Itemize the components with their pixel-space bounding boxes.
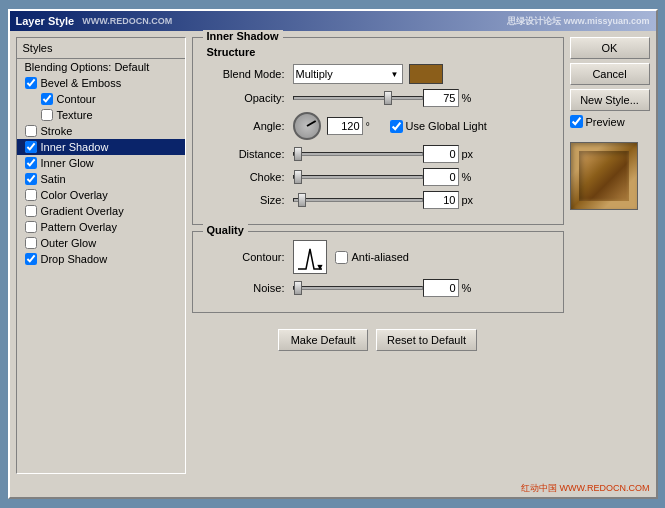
inner-shadow-label: Inner Shadow: [41, 141, 109, 153]
layer-style-dialog: Layer Style WWW.REDOCN.COM 思绿设计论坛 www.mi…: [8, 9, 658, 499]
opacity-label: Opacity:: [205, 92, 285, 104]
watermark2: 思绿设计论坛 www.missyuan.com: [507, 15, 649, 28]
noise-slider[interactable]: [293, 286, 423, 290]
noise-input[interactable]: [423, 279, 459, 297]
gradient-overlay-check[interactable]: [25, 205, 37, 217]
preview-inner: [579, 151, 629, 201]
stroke-label: Stroke: [41, 125, 73, 137]
opacity-row: Opacity: %: [205, 89, 551, 107]
angle-dial-line: [306, 120, 316, 127]
inner-glow-check[interactable]: [25, 157, 37, 169]
sidebar-item-outer-glow[interactable]: Outer Glow: [17, 235, 185, 251]
structure-title: Structure: [207, 46, 551, 58]
preview-checkbox-row: Preview: [570, 115, 650, 128]
inner-glow-label: Inner Glow: [41, 157, 94, 169]
opacity-slider[interactable]: [293, 96, 423, 100]
sidebar-item-drop-shadow[interactable]: Drop Shadow: [17, 251, 185, 267]
sidebar-item-satin[interactable]: Satin: [17, 171, 185, 187]
stroke-check[interactable]: [25, 125, 37, 137]
new-style-button[interactable]: New Style...: [570, 89, 650, 111]
right-panel: OK Cancel New Style... Preview: [570, 37, 650, 474]
blend-mode-label: Blend Mode:: [205, 68, 285, 80]
contour-label: Contour: [57, 93, 96, 105]
choke-label: Choke:: [205, 171, 285, 183]
size-input[interactable]: [423, 191, 459, 209]
use-global-light-check[interactable]: [390, 120, 403, 133]
choke-row: Choke: %: [205, 168, 551, 186]
watermark-bottom: 红动中国 WWW.REDOCN.COM: [10, 480, 656, 497]
contour-row: Contour: ▼ Anti-aliased: [205, 240, 551, 274]
angle-input[interactable]: [327, 117, 363, 135]
choke-slider[interactable]: [293, 175, 423, 179]
dialog-body: Styles Blending Options: Default Bevel &…: [10, 31, 656, 480]
title-bar: Layer Style WWW.REDOCN.COM 思绿设计论坛 www.mi…: [10, 11, 656, 31]
inner-shadow-check[interactable]: [25, 141, 37, 153]
sidebar-item-inner-shadow[interactable]: Inner Shadow: [17, 139, 185, 155]
preview-check[interactable]: [570, 115, 583, 128]
blend-mode-row: Blend Mode: Multiply Normal Screen Overl…: [205, 64, 551, 84]
blend-mode-select-wrapper: Multiply Normal Screen Overlay: [293, 64, 403, 84]
angle-row: Angle: ° Use Global Light: [205, 112, 551, 140]
dialog-title: Layer Style: [16, 15, 75, 27]
noise-unit: %: [462, 282, 480, 294]
sidebar-item-gradient-overlay[interactable]: Gradient Overlay: [17, 203, 185, 219]
preview-box: [570, 142, 638, 210]
angle-degree-symbol: °: [366, 120, 384, 132]
choke-input[interactable]: [423, 168, 459, 186]
gradient-overlay-label: Gradient Overlay: [41, 205, 124, 217]
sidebar-item-texture[interactable]: Texture: [17, 107, 185, 123]
sidebar-item-blending-options[interactable]: Blending Options: Default: [17, 59, 185, 75]
bevel-emboss-check[interactable]: [25, 77, 37, 89]
color-overlay-check[interactable]: [25, 189, 37, 201]
use-global-light-label: Use Global Light: [406, 120, 487, 132]
outer-glow-check[interactable]: [25, 237, 37, 249]
ok-button[interactable]: OK: [570, 37, 650, 59]
inner-shadow-section: Inner Shadow Structure Blend Mode: Multi…: [192, 37, 564, 225]
distance-row: Distance: px: [205, 145, 551, 163]
inner-shadow-title: Inner Shadow: [203, 30, 283, 42]
blending-options-label: Blending Options: Default: [25, 61, 150, 73]
size-row: Size: px: [205, 191, 551, 209]
preview-label: Preview: [586, 116, 625, 128]
anti-aliased-check[interactable]: [335, 251, 348, 264]
pattern-overlay-check[interactable]: [25, 221, 37, 233]
sidebar-item-inner-glow[interactable]: Inner Glow: [17, 155, 185, 171]
make-default-button[interactable]: Make Default: [278, 329, 368, 351]
distance-input[interactable]: [423, 145, 459, 163]
blend-mode-select[interactable]: Multiply Normal Screen Overlay: [293, 64, 403, 84]
watermark1: WWW.REDOCN.COM: [82, 16, 172, 26]
distance-unit: px: [462, 148, 480, 160]
drop-shadow-label: Drop Shadow: [41, 253, 108, 265]
anti-aliased-label: Anti-aliased: [352, 251, 409, 263]
size-slider[interactable]: [293, 198, 423, 202]
blend-mode-color-swatch[interactable]: [409, 64, 443, 84]
noise-row: Noise: %: [205, 279, 551, 297]
distance-label: Distance:: [205, 148, 285, 160]
contour-dropdown-arrow: ▼: [316, 262, 325, 272]
reset-to-default-button[interactable]: Reset to Default: [376, 329, 477, 351]
sidebar-item-color-overlay[interactable]: Color Overlay: [17, 187, 185, 203]
satin-check[interactable]: [25, 173, 37, 185]
sidebar-item-pattern-overlay[interactable]: Pattern Overlay: [17, 219, 185, 235]
contour-preview[interactable]: ▼: [293, 240, 327, 274]
sidebar-item-bevel-emboss[interactable]: Bevel & Emboss: [17, 75, 185, 91]
size-label: Size:: [205, 194, 285, 206]
sidebar-item-contour[interactable]: Contour: [17, 91, 185, 107]
noise-label: Noise:: [205, 282, 285, 294]
contour-check[interactable]: [41, 93, 53, 105]
opacity-input[interactable]: [423, 89, 459, 107]
satin-label: Satin: [41, 173, 66, 185]
texture-label: Texture: [57, 109, 93, 121]
cancel-button[interactable]: Cancel: [570, 63, 650, 85]
distance-slider[interactable]: [293, 152, 423, 156]
left-panel: Styles Blending Options: Default Bevel &…: [16, 37, 186, 474]
angle-dial[interactable]: [293, 112, 321, 140]
drop-shadow-check[interactable]: [25, 253, 37, 265]
choke-unit: %: [462, 171, 480, 183]
opacity-unit: %: [462, 92, 480, 104]
styles-header: Styles: [17, 38, 185, 59]
texture-check[interactable]: [41, 109, 53, 121]
pattern-overlay-label: Pattern Overlay: [41, 221, 117, 233]
size-unit: px: [462, 194, 480, 206]
sidebar-item-stroke[interactable]: Stroke: [17, 123, 185, 139]
